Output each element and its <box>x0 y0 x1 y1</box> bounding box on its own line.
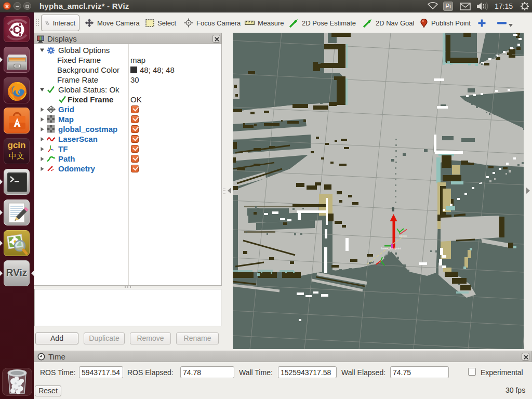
svg-text:base_footprint: base_footprint <box>381 247 401 250</box>
svg-text:odom: odom <box>399 234 407 237</box>
